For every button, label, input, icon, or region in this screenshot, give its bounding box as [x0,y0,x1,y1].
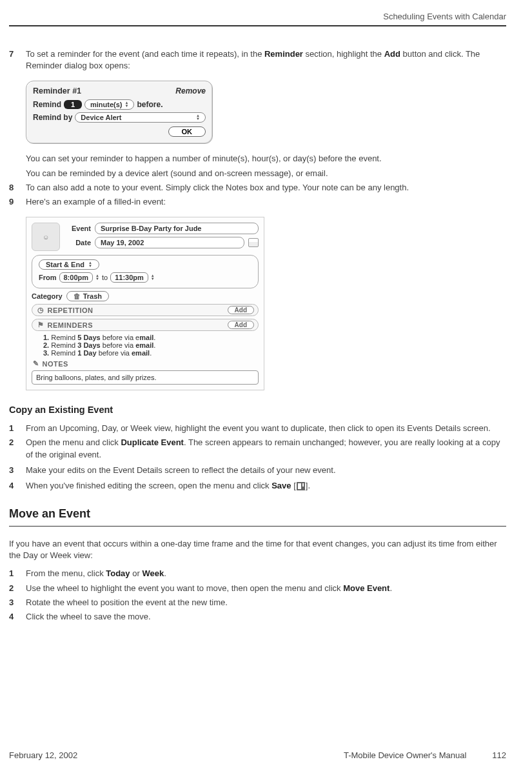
copy-step-4: 4 When you've finished editing the scree… [9,480,506,492]
startend-select[interactable]: Start & End ▲▼ [39,259,99,270]
step-7-note-b: You can be reminded by a device alert (s… [26,168,506,179]
spinner-icon: ▲▼ [125,101,129,108]
reminder-title: Reminder #1 [33,86,81,95]
copy-step-1: 1 From an Upcoming, Day, or Week view, h… [9,423,506,434]
to-label: to [102,274,108,281]
before-label: before. [137,100,163,109]
to-time-field[interactable]: 11:30pm [110,272,148,283]
step-number: 4 [9,480,26,492]
bold: Reminder [264,49,303,59]
footer-doc-title: T-Mobile Device Owner's Manual [238,750,467,760]
chapter-title: Scheduling Events with Calendar [9,12,506,21]
event-label: Event [65,225,91,232]
copy-heading: Copy an Existing Event [9,405,506,415]
ok-button[interactable]: OK [168,126,206,137]
reminder-item: 1. Remind 5 Days before via email. [43,334,259,341]
step-text: Click the wheel to save the move. [26,611,506,623]
event-details-dialog: ☺ Event Surprise B-Day Party for Jude Da… [26,217,264,390]
remind-label: Remind [33,100,61,109]
pencil-icon: ✎ [33,359,39,368]
header-rule [9,25,506,26]
reminders-list: 1. Remind 5 Days before via email. 2. Re… [32,334,259,357]
reminder-dialog: Reminder #1 Remove Remind 1 minute(s) ▲▼… [26,81,213,144]
remind-by-label: Remind by [33,113,72,122]
step-7: 7 To set a reminder for the event (and e… [9,48,506,72]
spinner-icon: ▲▼ [88,261,92,268]
step-text: Make your edits on the Event Details scr… [26,465,506,476]
reminder-item: 2. Remind 3 Days before via email. [43,341,259,349]
reminders-section-bar: ⚑ REMINDERS Add [32,319,259,331]
step-number: 4 [9,611,26,623]
repetition-section: ◷ REPETITION Add [32,304,259,316]
section-rule [9,526,506,527]
trash-icon: 🗑 [74,292,81,300]
date-field[interactable]: May 19, 2002 [95,237,244,248]
spinner-icon: ▲▼ [151,274,155,281]
step-number: 3 [9,597,26,608]
notes-field[interactable]: Bring balloons, plates, and silly prizes… [32,370,259,385]
step-text: Here's an example of a filled-in event: [26,196,506,208]
step-number: 9 [9,196,26,208]
move-step-4: 4 Click the wheel to save the move. [9,611,506,623]
copy-step-2: 2 Open the menu and click Duplicate Even… [9,437,506,460]
repetition-label: REPETITION [48,306,94,314]
from-time-field[interactable]: 8:00pm [59,272,94,283]
save-icon [297,482,305,490]
page-footer: February 12, 2002 T-Mobile Device Owner'… [9,750,506,760]
remind-value-field[interactable]: 1 [64,100,82,109]
copy-step-3: 3 Make your edits on the Event Details s… [9,465,506,476]
step-text: From the menu, click Today or Week. [26,568,506,579]
notes-section-bar: ✎ NOTES [32,359,259,368]
repetition-add-button[interactable]: Add [228,306,254,314]
step-number: 1 [9,423,26,434]
category-select[interactable]: 🗑 Trash [66,291,109,301]
calendar-icon[interactable] [248,238,259,247]
notes-label: NOTES [43,360,68,368]
step-text: Use the wheel to highlight the event you… [26,583,506,594]
spinner-icon: ▲▼ [196,114,200,121]
move-intro: If you have an event that occurs within … [9,538,506,561]
step-number: 2 [9,583,26,594]
step-number: 8 [9,182,26,194]
step-number: 3 [9,465,26,476]
step-number: 1 [9,568,26,579]
category-value: Trash [83,292,102,300]
step-7-note-a: You can set your reminder to happen a nu… [26,153,506,165]
bold: Add [384,49,400,59]
step-text: To can also add a note to your event. Si… [26,182,506,194]
step-8: 8 To can also add a note to your event. … [9,182,506,194]
from-label: From [39,274,57,281]
step-9: 9 Here's an example of a filled-in event… [9,196,506,208]
footer-page-number: 112 [492,750,506,760]
spinner-icon: ▲▼ [95,274,99,281]
startend-label: Start & End [46,261,84,268]
step-text: From an Upcoming, Day, or Week view, hig… [26,423,506,434]
reminders-label: REMINDERS [48,321,94,329]
move-step-3: 3 Rotate the wheel to position the event… [9,597,506,608]
remind-unit-select[interactable]: minute(s) ▲▼ [84,99,134,110]
step-number: 2 [9,437,26,460]
step-text: When you've finished editing the screen,… [26,480,506,492]
reminders-add-button[interactable]: Add [228,321,254,329]
avatar-icon: ☺ [32,223,60,251]
flag-icon: ⚑ [37,321,44,329]
event-title-field[interactable]: Surprise B-Day Party for Jude [95,223,259,234]
step-text: Rotate the wheel to position the event a… [26,597,506,608]
move-step-2: 2 Use the wheel to highlight the event y… [9,583,506,594]
move-step-1: 1 From the menu, click Today or Week. [9,568,506,579]
remind-by-value: Device Alert [81,114,121,121]
step-text: To set a reminder for the event (and eac… [26,48,506,72]
clock-icon: ◷ [37,306,44,314]
text: To set a reminder for the event (and eac… [26,49,264,59]
step-text: Open the menu and click Duplicate Event.… [26,437,506,460]
step-number: 7 [9,48,26,72]
date-label: Date [65,239,91,246]
footer-date: February 12, 2002 [9,750,238,760]
remove-button[interactable]: Remove [175,86,206,95]
move-heading: Move an Event [9,507,506,521]
remind-by-select[interactable]: Device Alert ▲▼ [75,112,206,123]
unit-text: minute(s) [90,101,123,108]
time-section: Start & End ▲▼ From 8:00pm ▲▼ to 11:30pm… [32,255,259,288]
reminder-item: 3. Remind 1 Day before via email. [43,349,259,357]
text: section, highlight the [303,49,384,59]
